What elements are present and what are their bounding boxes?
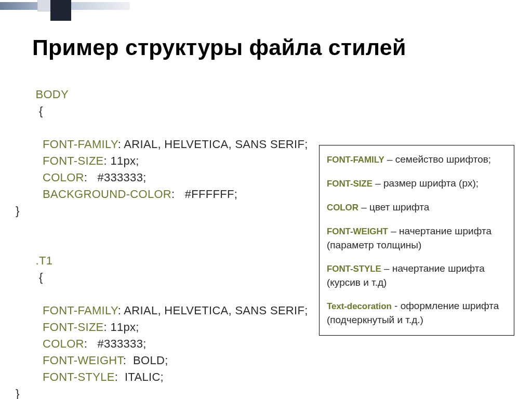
val-font-family: Arial, Helvetica, sans serif bbox=[124, 138, 304, 151]
prop-font-family: font-family bbox=[43, 138, 118, 151]
prop-font-style: font-style bbox=[43, 370, 115, 383]
val-font-style: italic bbox=[125, 370, 161, 383]
brace-close: } bbox=[16, 204, 20, 217]
end: ; bbox=[161, 370, 164, 383]
slide-decoration bbox=[0, 0, 130, 25]
end: ; bbox=[234, 188, 237, 201]
val-font-weight: bold bbox=[133, 354, 165, 367]
val-color: #333333 bbox=[97, 171, 143, 184]
legend-term: Font-family bbox=[327, 155, 384, 165]
prop-font-weight: font-weight bbox=[43, 354, 123, 367]
legend-term: Text-decoration bbox=[327, 301, 392, 311]
legend-font-weight: Font-weight – начертание шрифта (парамет… bbox=[327, 224, 507, 252]
selector-t1: .T1 bbox=[35, 254, 52, 267]
val-font-size: 11px bbox=[110, 154, 136, 167]
legend-term: Font-size bbox=[327, 179, 373, 189]
code-block: Body { font-family: Arial, Helvetica, sa… bbox=[16, 70, 308, 399]
prop-font-size: font-size bbox=[43, 321, 104, 334]
brace: { bbox=[39, 104, 43, 117]
legend-term: Font-style bbox=[327, 264, 381, 274]
legend-term: Font-weight bbox=[327, 227, 388, 236]
val-font-family: Arial, Helvetica, sans serif bbox=[124, 304, 304, 317]
prop-bg: background-color bbox=[43, 188, 171, 201]
end: ; bbox=[143, 337, 146, 350]
legend-box: Font-family – семейство шрифтов; Font-si… bbox=[319, 145, 514, 336]
val-bg: #FFFFFF bbox=[185, 188, 234, 201]
deco-square-dark bbox=[50, 0, 71, 21]
end: ; bbox=[136, 154, 139, 167]
end: ; bbox=[143, 171, 146, 184]
legend-font-family: Font-family – семейство шрифтов; bbox=[327, 153, 507, 167]
selector-body: Body bbox=[35, 88, 69, 101]
prop-color: color bbox=[43, 171, 84, 184]
legend-font-size: Font-size – размер шрифта (px); bbox=[327, 177, 507, 191]
end: ; bbox=[304, 138, 308, 151]
end: ; bbox=[304, 304, 308, 317]
brace-close: } bbox=[16, 387, 20, 399]
legend-text-decoration: Text-decoration - оформление шрифта (под… bbox=[327, 299, 507, 327]
legend-desc: – размер шрифта (px); bbox=[373, 178, 478, 189]
end: ; bbox=[165, 354, 168, 367]
prop-font-size: font-size bbox=[43, 154, 104, 167]
slide: Пример структуры файла стилей Body { fon… bbox=[0, 0, 532, 399]
prop-color: color bbox=[43, 337, 84, 350]
val-color: #333333 bbox=[97, 337, 143, 350]
brace-open: { bbox=[39, 271, 43, 284]
prop-font-family: font-family bbox=[43, 304, 118, 317]
end: ; bbox=[136, 321, 139, 334]
val-font-size: 11px bbox=[110, 321, 136, 334]
legend-color: Color – цвет шрифта bbox=[327, 201, 507, 215]
legend-term: Color bbox=[327, 203, 358, 212]
legend-desc: – цвет шрифта bbox=[358, 202, 430, 212]
legend-desc: – семейство шрифтов; bbox=[384, 154, 491, 165]
legend-font-style: Font-style – начертание шрифта (курсив и… bbox=[327, 262, 507, 289]
page-title: Пример структуры файла стилей bbox=[32, 35, 406, 60]
